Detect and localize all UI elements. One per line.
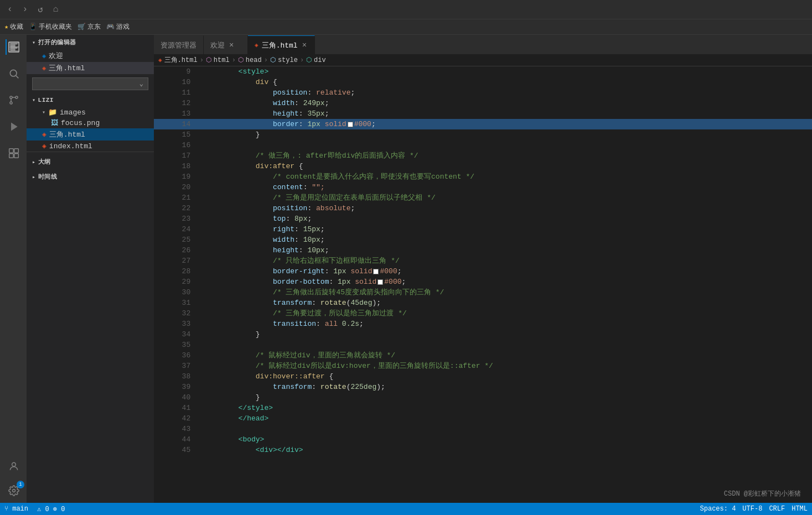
line-content[interactable]: height: 35px; bbox=[199, 108, 812, 119]
line-content[interactable] bbox=[199, 424, 812, 434]
tab-sanjiao[interactable]: ◈ 三角.html × bbox=[248, 35, 315, 54]
line-content[interactable]: transform: rotate(225deg); bbox=[199, 382, 812, 392]
bookmark-game[interactable]: 🎮 游戏 bbox=[106, 22, 130, 32]
code-line: 10 div { bbox=[154, 77, 812, 87]
activity-account[interactable] bbox=[6, 459, 21, 474]
line-content[interactable]: </style> bbox=[199, 403, 812, 413]
line-content[interactable]: position: relative; bbox=[199, 87, 812, 98]
line-content[interactable]: div:hover::after { bbox=[199, 371, 812, 382]
line-number: 12 bbox=[154, 98, 199, 108]
line-content[interactable]: border-bottom: 1px solid#000; bbox=[199, 277, 812, 287]
breadcrumb-html[interactable]: html bbox=[214, 56, 230, 64]
line-content[interactable]: </head> bbox=[199, 413, 812, 424]
activity-settings[interactable]: 1 bbox=[6, 483, 21, 498]
line-content[interactable]: div { bbox=[199, 77, 812, 87]
activity-search[interactable] bbox=[6, 66, 21, 81]
folder-icon: 📁 bbox=[48, 108, 57, 117]
code-line: 33 transition: all 0.2s; bbox=[154, 319, 812, 329]
line-content[interactable]: /* 鼠标经过div所以是div:hover，里面的三角旋转所以是::after… bbox=[199, 361, 812, 371]
line-content[interactable]: <style> bbox=[199, 66, 812, 77]
line-content[interactable]: } bbox=[199, 129, 812, 140]
line-content[interactable]: /* 只给右边框和下边框即做出三角 */ bbox=[199, 256, 812, 266]
line-content[interactable]: right: 15px; bbox=[199, 224, 812, 235]
line-content[interactable]: /* 三角要过渡，所以是给三角加过渡 */ bbox=[199, 308, 812, 319]
folder-images-label: images bbox=[60, 108, 86, 117]
svg-point-11 bbox=[12, 462, 16, 466]
activity-explorer[interactable] bbox=[6, 39, 21, 55]
code-line: 9 <style> bbox=[154, 66, 812, 77]
search-box-container: ⌄ bbox=[27, 74, 154, 93]
code-line: 32 /* 三角要过渡，所以是给三角加过渡 */ bbox=[154, 308, 812, 319]
line-number: 16 bbox=[154, 140, 199, 150]
breadcrumb-div[interactable]: div bbox=[314, 56, 326, 64]
line-content[interactable]: height: 10px; bbox=[199, 245, 812, 256]
code-editor[interactable]: 9 <style>10 div {11 position: relative;1… bbox=[154, 66, 812, 503]
bookmark-phone[interactable]: 📱 手机收藏夹 bbox=[29, 22, 72, 32]
line-content[interactable]: width: 249px; bbox=[199, 98, 812, 108]
line-content[interactable]: border-right: 1px solid#000; bbox=[199, 266, 812, 277]
vscode-icon: ◈ bbox=[42, 52, 46, 60]
file-sanjiao-label: 三角.html bbox=[49, 129, 85, 139]
breadcrumb-head[interactable]: head bbox=[246, 56, 262, 64]
line-content[interactable]: top: 8px; bbox=[199, 214, 812, 224]
line-content[interactable]: } bbox=[199, 329, 812, 340]
bookmark-star[interactable]: ★ 收藏 bbox=[4, 22, 23, 32]
nav-forward-btn[interactable]: › bbox=[20, 3, 31, 15]
explorer-header[interactable]: ▾ LIZI bbox=[27, 93, 154, 107]
open-editors-header[interactable]: ▾ 打开的编辑器 bbox=[27, 35, 154, 50]
line-content[interactable]: transition: all 0.2s; bbox=[199, 319, 812, 329]
file-sanjiao-html[interactable]: ◈ 三角.html bbox=[27, 128, 154, 141]
line-content[interactable]: width: 10px; bbox=[199, 235, 812, 245]
line-content[interactable] bbox=[199, 340, 812, 350]
timeline-header[interactable]: ▸ 时间线 bbox=[27, 169, 154, 184]
activity-source-control[interactable] bbox=[6, 92, 21, 108]
line-number: 10 bbox=[154, 77, 199, 87]
line-content[interactable]: border: 1px solid#000; bbox=[199, 119, 812, 129]
tab-welcome-close[interactable]: × bbox=[228, 40, 235, 50]
line-content[interactable]: /* content是要插入什么内容，即使没有也要写content */ bbox=[199, 171, 812, 182]
file-focus-png-label: focus.png bbox=[61, 119, 100, 127]
file-focus-png[interactable]: 🖼 focus.png bbox=[27, 118, 154, 128]
line-content[interactable]: <div></div> bbox=[199, 445, 812, 455]
search-input[interactable] bbox=[37, 80, 139, 88]
line-content[interactable] bbox=[199, 140, 812, 150]
tab-explorer[interactable]: 资源管理器 bbox=[154, 35, 204, 54]
nav-home-btn[interactable]: ⌂ bbox=[50, 3, 61, 15]
breadcrumb-style[interactable]: style bbox=[278, 56, 298, 64]
line-content[interactable]: /* 三角做出后旋转45度变成箭头指向向下的三角 */ bbox=[199, 287, 812, 298]
status-encoding[interactable]: UTF-8 bbox=[742, 505, 762, 513]
line-number: 13 bbox=[154, 108, 199, 119]
status-language[interactable]: HTML bbox=[792, 505, 808, 513]
activity-run[interactable] bbox=[6, 119, 21, 134]
tab-sanjiao-close[interactable]: × bbox=[301, 40, 308, 50]
activity-extensions[interactable] bbox=[6, 145, 21, 161]
code-line: 30 /* 三角做出后旋转45度变成箭头指向向下的三角 */ bbox=[154, 287, 812, 298]
outline-header[interactable]: ▸ 大纲 bbox=[27, 154, 154, 169]
settings-badge: 1 bbox=[17, 481, 24, 488]
breadcrumb-file[interactable]: 三角.html bbox=[164, 55, 198, 65]
nav-back-btn[interactable]: ‹ bbox=[4, 3, 15, 15]
open-file-sanjiao[interactable]: ◈ 三角.html bbox=[27, 62, 154, 74]
line-content[interactable]: /* 鼠标经过div，里面的三角就会旋转 */ bbox=[199, 350, 812, 361]
status-git[interactable]: ⑂ main bbox=[4, 505, 28, 513]
folder-images[interactable]: ▾ 📁 images bbox=[27, 107, 154, 118]
bookmark-jd[interactable]: 🛒 京东 bbox=[77, 22, 101, 32]
breadcrumb-sep3: › bbox=[264, 56, 268, 64]
line-content[interactable]: content: ""; bbox=[199, 182, 812, 193]
nav-refresh-btn[interactable]: ↺ bbox=[35, 3, 46, 16]
line-content[interactable]: } bbox=[199, 392, 812, 403]
file-index-html[interactable]: ◈ index.html bbox=[27, 141, 154, 152]
status-spaces[interactable]: Spaces: 4 bbox=[700, 505, 736, 513]
line-content[interactable]: position: absolute; bbox=[199, 203, 812, 214]
line-content[interactable]: /* 三角是用定位固定在表单后面所以子绝父相 */ bbox=[199, 193, 812, 203]
line-content[interactable]: div:after { bbox=[199, 161, 812, 171]
tab-welcome[interactable]: 欢迎 × bbox=[204, 35, 248, 54]
search-box[interactable]: ⌄ bbox=[32, 77, 148, 90]
code-line: 27 /* 只给右边框和下边框即做出三角 */ bbox=[154, 256, 812, 266]
line-content[interactable]: <body> bbox=[199, 434, 812, 445]
status-line-ending[interactable]: CRLF bbox=[769, 505, 785, 513]
line-content[interactable]: /* 做三角，: after即给div的后面插入内容 */ bbox=[199, 150, 812, 161]
line-content[interactable]: transform: rotate(45deg); bbox=[199, 298, 812, 308]
open-file-welcome[interactable]: ◈ 欢迎 bbox=[27, 50, 154, 62]
code-line: 40 } bbox=[154, 392, 812, 403]
